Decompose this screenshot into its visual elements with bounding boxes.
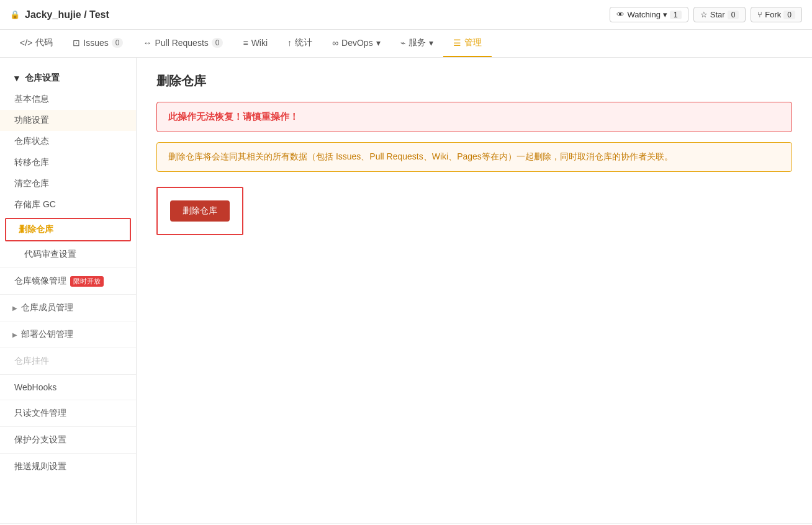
star-label: Star bbox=[710, 10, 725, 19]
watching-count: 1 bbox=[670, 11, 682, 19]
tab-issues-label: Issues bbox=[83, 38, 108, 48]
sidebar-item-clear-repo[interactable]: 清空仓库 bbox=[0, 173, 136, 194]
watching-label: Watching bbox=[627, 10, 661, 19]
sidebar-divider-1 bbox=[0, 267, 136, 268]
sidebar-item-transfer-repo[interactable]: 转移仓库 bbox=[0, 152, 136, 173]
fork-count: 0 bbox=[783, 11, 795, 19]
issues-badge: 0 bbox=[112, 38, 124, 48]
sidebar-item-deploy-key[interactable]: ▶ 部署公钥管理 bbox=[0, 324, 136, 345]
sidebar-item-delete-repo[interactable]: 删除仓库 bbox=[6, 219, 130, 240]
devops-dropdown-icon: ▾ bbox=[376, 38, 381, 48]
sidebar-divider-4 bbox=[0, 348, 136, 348]
header-actions: 👁 Watching ▾ 1 ☆ Star 0 ⑂ Fork 0 bbox=[610, 7, 802, 22]
sidebar-item-mirror[interactable]: 仓库镜像管理 限时开放 bbox=[0, 271, 136, 292]
repo-title: Jacky_hujie / Test bbox=[25, 9, 109, 20]
tab-issues[interactable]: ⊡ Issues 0 bbox=[63, 30, 133, 56]
manage-icon: ☰ bbox=[453, 38, 461, 48]
tab-code[interactable]: </> 代码 bbox=[10, 30, 63, 57]
devops-icon: ∞ bbox=[332, 38, 338, 48]
sidebar-item-member-manage[interactable]: ▶ 仓库成员管理 bbox=[0, 297, 136, 318]
expand-member-icon: ▶ bbox=[12, 305, 17, 312]
lock-icon: 🔒 bbox=[10, 10, 20, 19]
sidebar-divider-2 bbox=[0, 294, 136, 295]
sidebar-group-settings: ▼ 仓库设置 基本信息 功能设置 仓库状态 转移仓库 清空仓库 存储库 GC bbox=[0, 68, 136, 265]
chevron-down-icon: ▾ bbox=[663, 10, 667, 19]
sidebar-divider-7 bbox=[0, 426, 136, 427]
alert-warning-text: 删除仓库将会连同其相关的所有数据（包括 Issues、Pull Requests… bbox=[168, 151, 673, 161]
alert-irreversible: 此操作无法恢复！请慎重操作！ bbox=[156, 102, 792, 132]
sidebar: ▼ 仓库设置 基本信息 功能设置 仓库状态 转移仓库 清空仓库 存储库 GC bbox=[0, 58, 137, 523]
pr-badge: 0 bbox=[212, 38, 223, 48]
sidebar-item-storage-gc[interactable]: 存储库 GC bbox=[0, 194, 136, 215]
wiki-icon: ≡ bbox=[243, 38, 248, 48]
fork-label: Fork bbox=[765, 10, 781, 19]
stats-icon: ↑ bbox=[287, 38, 292, 48]
services-dropdown-icon: ▾ bbox=[429, 38, 433, 48]
delete-repo-button[interactable]: 删除仓库 bbox=[170, 200, 230, 222]
mirror-badge: 限时开放 bbox=[70, 276, 104, 287]
eye-icon: 👁 bbox=[616, 10, 625, 19]
expand-key-icon: ▶ bbox=[12, 331, 17, 338]
tab-pull-requests[interactable]: ↔ Pull Requests 0 bbox=[133, 30, 233, 56]
page-title: 删除仓库 bbox=[156, 73, 792, 89]
main-content: 删除仓库 此操作无法恢复！请慎重操作！ 删除仓库将会连同其相关的所有数据（包括 … bbox=[137, 58, 812, 523]
code-icon: </> bbox=[20, 38, 32, 48]
tab-manage-label: 管理 bbox=[464, 37, 482, 48]
sidebar-divider-5 bbox=[0, 374, 136, 375]
tab-stats-label: 统计 bbox=[295, 37, 312, 48]
tab-manage[interactable]: ☰ 管理 bbox=[443, 30, 492, 57]
watching-button[interactable]: 👁 Watching ▾ 1 bbox=[610, 7, 688, 22]
delete-section: 删除仓库 bbox=[156, 187, 243, 235]
fork-button[interactable]: ⑂ Fork 0 bbox=[751, 7, 802, 22]
alert-warning: 删除仓库将会连同其相关的所有数据（包括 Issues、Pull Requests… bbox=[156, 142, 792, 172]
sidebar-item-feature-settings[interactable]: 功能设置 bbox=[0, 110, 136, 131]
sidebar-item-delete-wrapper: 删除仓库 bbox=[5, 218, 131, 241]
star-count: 0 bbox=[728, 11, 739, 19]
sidebar-group-settings-header[interactable]: ▼ 仓库设置 bbox=[0, 68, 136, 89]
sidebar-item-basic-info[interactable]: 基本信息 bbox=[0, 89, 136, 110]
sidebar-item-plugin: 仓库挂件 bbox=[0, 351, 136, 372]
sidebar-divider-8 bbox=[0, 453, 136, 454]
tab-devops-label: DevOps bbox=[341, 38, 373, 48]
sidebar-item-readonly-files[interactable]: 只读文件管理 bbox=[0, 403, 136, 424]
star-icon: ☆ bbox=[700, 10, 708, 19]
sidebar-item-push-rules[interactable]: 推送规则设置 bbox=[0, 456, 136, 477]
tab-services[interactable]: ⌁ 服务 ▾ bbox=[390, 30, 443, 57]
tab-wiki[interactable]: ≡ Wiki bbox=[233, 30, 277, 56]
layout: ▼ 仓库设置 基本信息 功能设置 仓库状态 转移仓库 清空仓库 存储库 GC bbox=[0, 58, 812, 523]
tab-code-label: 代码 bbox=[35, 37, 53, 48]
issues-icon: ⊡ bbox=[73, 38, 80, 48]
tab-stats[interactable]: ↑ 统计 bbox=[277, 30, 322, 57]
tab-wiki-label: Wiki bbox=[251, 38, 268, 48]
tab-devops[interactable]: ∞ DevOps ▾ bbox=[322, 30, 390, 56]
star-button[interactable]: ☆ Star 0 bbox=[693, 7, 746, 22]
sidebar-item-webhooks[interactable]: WebHooks bbox=[0, 377, 136, 397]
sidebar-group-settings-label: 仓库设置 bbox=[25, 73, 60, 84]
sidebar-divider-3 bbox=[0, 321, 136, 321]
tab-pr-label: Pull Requests bbox=[155, 38, 208, 48]
nav-tabs: </> 代码 ⊡ Issues 0 ↔ Pull Requests 0 ≡ Wi… bbox=[0, 30, 812, 58]
pr-icon: ↔ bbox=[143, 38, 151, 48]
tab-services-label: 服务 bbox=[408, 37, 426, 48]
sidebar-item-repo-status[interactable]: 仓库状态 bbox=[0, 131, 136, 152]
fork-icon: ⑂ bbox=[757, 10, 762, 19]
sidebar-divider-6 bbox=[0, 400, 136, 400]
sidebar-item-branch-protect[interactable]: 保护分支设置 bbox=[0, 429, 136, 451]
triangle-down-icon: ▼ bbox=[12, 73, 21, 83]
alert-irreversible-text: 此操作无法恢复！请慎重操作！ bbox=[168, 111, 299, 122]
header: 🔒 Jacky_hujie / Test 👁 Watching ▾ 1 ☆ St… bbox=[0, 0, 812, 30]
sidebar-item-code-review[interactable]: 代码审查设置 bbox=[0, 244, 136, 265]
services-icon: ⌁ bbox=[400, 38, 405, 48]
